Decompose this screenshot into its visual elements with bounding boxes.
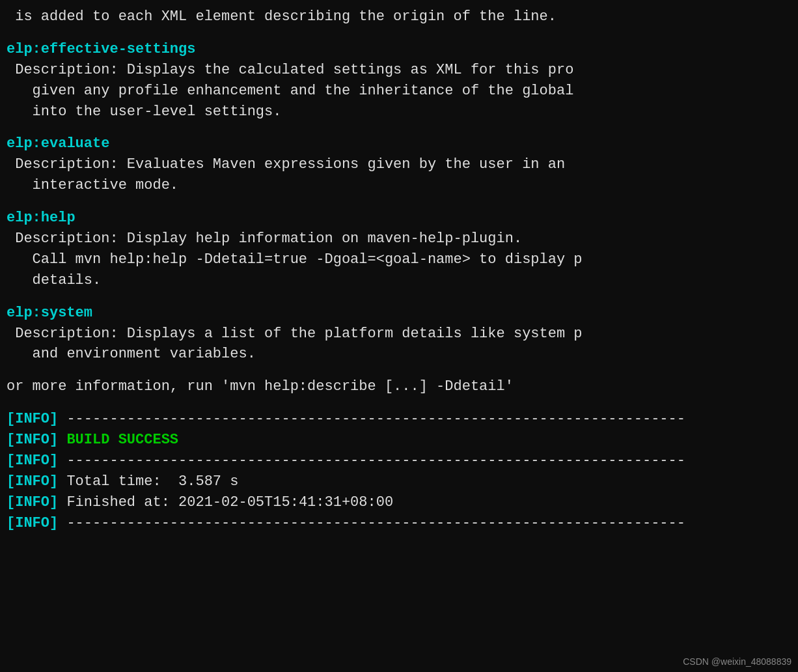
terminal-line: or more information, run 'mvn help:descr…	[0, 376, 798, 397]
terminal-line: elp:evaluate	[0, 133, 798, 154]
terminal-line: and environment variables.	[0, 344, 798, 365]
terminal-line: elp:system	[0, 303, 798, 324]
terminal-line: Description: Evaluates Maven expressions…	[0, 154, 798, 175]
terminal-line: elp:help	[0, 208, 798, 229]
info-line: [INFO] ---------------------------------…	[0, 409, 798, 430]
line-gap	[0, 291, 798, 303]
line-gap	[0, 27, 798, 39]
info-content: ----------------------------------------…	[58, 409, 685, 430]
terminal-line: details.	[0, 270, 798, 291]
terminal-line: Description: Displays a list of the plat…	[0, 324, 798, 344]
info-line: [INFO] Total time: 3.587 s	[0, 471, 798, 492]
line-gap	[0, 122, 798, 133]
line-gap	[0, 365, 798, 376]
terminal-line: is added to each XML element describing …	[0, 7, 798, 27]
info-line: [INFO] BUILD SUCCESS	[0, 430, 798, 451]
info-tag: [INFO]	[7, 513, 58, 534]
terminal-line: Description: Displays the calculated set…	[0, 60, 798, 81]
info-tag: [INFO]	[7, 492, 58, 513]
terminal-window: is added to each XML element describing …	[0, 0, 798, 672]
watermark: CSDN @weixin_48088839	[683, 656, 791, 667]
info-content: ----------------------------------------…	[58, 513, 685, 534]
line-gap	[0, 397, 798, 409]
terminal-line: elp:effective-settings	[0, 39, 798, 60]
info-content: ----------------------------------------…	[58, 451, 685, 471]
terminal-line: into the user-level settings.	[0, 102, 798, 122]
info-tag: [INFO]	[7, 471, 58, 492]
terminal-line: interactive mode.	[0, 175, 798, 196]
terminal-line: Call mvn help:help -Ddetail=true -Dgoal=…	[0, 249, 798, 270]
info-line: [INFO] ---------------------------------…	[0, 513, 798, 534]
info-content: Total time: 3.587 s	[58, 471, 238, 492]
info-line: [INFO] Finished at: 2021-02-05T15:41:31+…	[0, 492, 798, 513]
info-tag: [INFO]	[7, 409, 58, 430]
info-line: [INFO] ---------------------------------…	[0, 451, 798, 471]
info-tag: [INFO]	[7, 430, 58, 451]
info-content: Finished at: 2021-02-05T15:41:31+08:00	[58, 492, 393, 513]
terminal-line: Description: Display help information on…	[0, 229, 798, 249]
info-tag: [INFO]	[7, 451, 58, 471]
terminal-line: given any profile enhancement and the in…	[0, 81, 798, 102]
info-content: BUILD SUCCESS	[58, 430, 178, 451]
line-gap	[0, 196, 798, 208]
